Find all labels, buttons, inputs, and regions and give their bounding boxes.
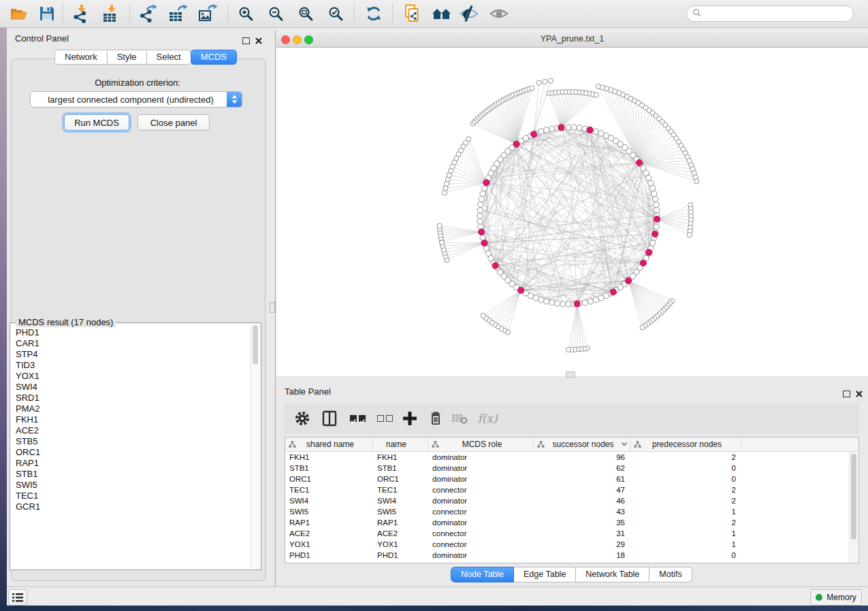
table-cell[interactable]: 47 — [534, 484, 630, 495]
table-cell[interactable]: RAP1 — [373, 517, 428, 528]
function-builder-icon[interactable]: f(x) — [475, 409, 500, 428]
delete-table-icon[interactable] — [449, 409, 470, 428]
optimization-select[interactable]: largest connected component (undirected) — [30, 91, 242, 108]
mcds-result-item[interactable]: PMA2 — [16, 403, 251, 414]
table-cell[interactable]: TEC1 — [373, 484, 428, 495]
search-input[interactable] — [701, 8, 848, 19]
settings-gear-icon[interactable] — [293, 409, 312, 428]
table-cell[interactable]: 1 — [630, 506, 741, 517]
refresh-view-icon[interactable] — [364, 4, 384, 23]
table-cell[interactable]: 29 — [534, 539, 630, 550]
mcds-result-item[interactable]: PHD1 — [16, 327, 251, 338]
table-row[interactable]: YOX1YOX1connector291 — [285, 539, 858, 550]
mcds-result-item[interactable]: ACE2 — [16, 425, 251, 436]
zoom-in-icon[interactable] — [236, 4, 256, 23]
tab-network[interactable]: Network — [54, 50, 108, 65]
table-row[interactable]: STB1STB1dominator620 — [285, 463, 858, 474]
table-cell[interactable]: 18 — [534, 550, 630, 561]
add-column-icon[interactable] — [400, 409, 419, 428]
table-row[interactable]: PHD1PHD1dominator180 — [285, 550, 858, 561]
table-cell[interactable]: dominator — [428, 495, 534, 506]
table-row[interactable]: SWI4SWI4dominator462 — [285, 495, 858, 506]
home-layout-icon[interactable] — [432, 4, 452, 23]
table-cell[interactable]: PHD1 — [285, 550, 373, 561]
zoom-fit-icon[interactable] — [295, 4, 316, 23]
tab-node-table[interactable]: Node Table — [451, 567, 514, 582]
table-cell[interactable]: connector — [428, 528, 534, 539]
table-cell[interactable]: STB1 — [373, 463, 428, 474]
mcds-result-item[interactable]: STP4 — [16, 349, 251, 360]
task-list-button[interactable] — [8, 589, 27, 606]
mcds-result-item[interactable]: STB5 — [16, 436, 251, 447]
import-table-icon[interactable] — [101, 4, 121, 23]
export-image-icon[interactable] — [197, 4, 218, 23]
table-cell[interactable]: connector — [428, 539, 534, 550]
table-cell[interactable]: RAP1 — [285, 517, 373, 528]
deselect-all-checkboxes-icon[interactable] — [374, 409, 395, 428]
table-cell[interactable]: TEC1 — [285, 484, 373, 495]
table-row[interactable]: RAP1RAP1dominator352 — [285, 517, 858, 528]
mcds-result-item[interactable]: TEC1 — [16, 491, 251, 501]
vertical-splitter[interactable] — [275, 30, 276, 606]
open-file-icon[interactable] — [8, 4, 29, 23]
close-table-panel-icon[interactable] — [856, 388, 863, 400]
hide-graphics-details-icon[interactable] — [459, 4, 479, 23]
table-cell[interactable]: 1 — [630, 539, 741, 550]
save-session-icon[interactable] — [37, 4, 57, 23]
table-cell[interactable]: dominator — [428, 474, 534, 484]
table-cell[interactable]: SWI5 — [285, 506, 373, 517]
table-cell[interactable]: 43 — [534, 506, 630, 517]
table-cell[interactable]: 2 — [630, 484, 741, 495]
float-panel-icon[interactable] — [242, 37, 250, 44]
mcds-result-item[interactable]: CAR1 — [16, 338, 251, 349]
zoom-out-icon[interactable] — [266, 4, 286, 23]
run-mcds-button[interactable]: Run MCDS — [64, 114, 129, 131]
mcds-result-item[interactable]: YOX1 — [16, 371, 251, 382]
table-cell[interactable]: 1 — [630, 528, 741, 539]
table-cell[interactable]: 0 — [630, 463, 741, 474]
close-panel-button[interactable]: Close panel — [138, 114, 210, 131]
mcds-result-list[interactable]: PHD1CAR1STP4TID3YOX1SWI4SRD1PMA2FKH1ACE2… — [11, 325, 251, 569]
table-scrollbar[interactable] — [849, 452, 858, 562]
select-all-checkboxes-icon[interactable] — [347, 409, 368, 428]
float-table-panel-icon[interactable] — [843, 391, 850, 397]
horizontal-splitter-grip[interactable] — [566, 371, 575, 378]
tab-mcds[interactable]: MCDS — [191, 50, 237, 65]
table-row[interactable]: SWI5SWI5connector431 — [285, 506, 858, 517]
column-header-mcds-role[interactable]: MCDS role — [428, 437, 534, 451]
table-row[interactable]: FKH1FKH1dominator962 — [285, 452, 858, 463]
table-cell[interactable]: ACE2 — [373, 528, 428, 539]
mcds-result-item[interactable]: TID3 — [16, 360, 251, 371]
table-cell[interactable]: 2 — [630, 452, 741, 463]
column-header-shared-name[interactable]: shared name — [285, 437, 373, 451]
table-cell[interactable]: STB1 — [285, 463, 373, 474]
table-cell[interactable]: 61 — [534, 474, 630, 484]
export-network-icon[interactable] — [138, 4, 158, 23]
table-cell[interactable]: PHD1 — [373, 550, 428, 561]
table-cell[interactable]: 2 — [630, 517, 741, 528]
table-cell[interactable]: 0 — [630, 550, 741, 561]
zoom-selected-icon[interactable] — [325, 4, 346, 23]
network-graph[interactable] — [276, 48, 868, 376]
mcds-result-item[interactable]: SWI5 — [16, 480, 251, 491]
table-cell[interactable]: dominator — [428, 452, 534, 463]
search-box[interactable] — [686, 5, 854, 22]
table-row[interactable]: ORC1ORC1dominator610 — [285, 474, 858, 484]
table-cell[interactable]: connector — [428, 484, 534, 495]
table-cell[interactable]: 96 — [534, 452, 630, 463]
table-cell[interactable]: ORC1 — [285, 474, 373, 484]
tab-select[interactable]: Select — [147, 50, 191, 65]
table-cell[interactable]: 35 — [534, 517, 630, 528]
import-network-icon[interactable] — [71, 4, 91, 23]
mcds-result-item[interactable]: SRD1 — [16, 393, 251, 403]
mcds-result-item[interactable]: FKH1 — [16, 414, 251, 425]
mcds-result-item[interactable]: RAP1 — [16, 458, 251, 469]
memory-button[interactable]: Memory — [810, 589, 862, 606]
birds-eye-view-icon[interactable] — [489, 4, 509, 23]
column-header-successor-nodes[interactable]: successor nodes — [534, 437, 630, 451]
delete-column-icon[interactable] — [426, 409, 445, 428]
table-cell[interactable]: 31 — [534, 528, 630, 539]
mcds-result-item[interactable]: ORC1 — [16, 447, 251, 458]
table-cell[interactable]: dominator — [428, 463, 534, 474]
table-cell[interactable]: dominator — [428, 550, 534, 561]
